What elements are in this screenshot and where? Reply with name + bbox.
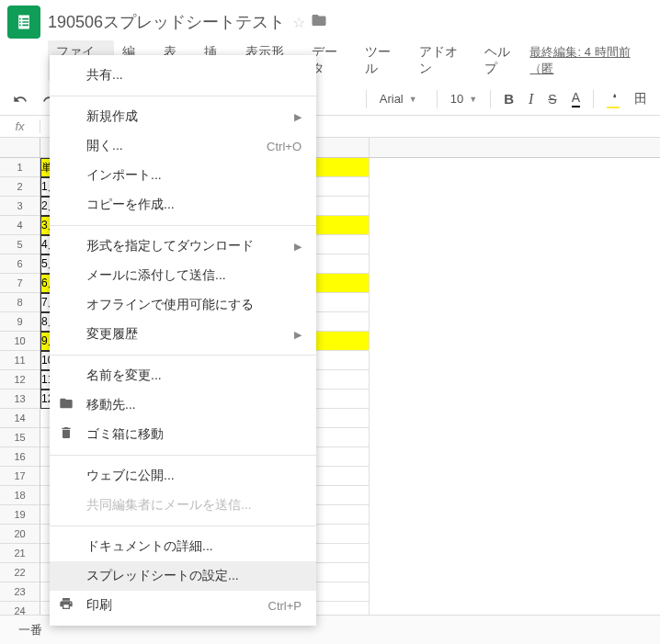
row-header[interactable]: 3 xyxy=(0,197,40,216)
document-title[interactable]: 190506スプレッドシートテスト xyxy=(48,11,285,33)
menu-item[interactable]: 名前を変更... xyxy=(50,361,316,390)
menu-item[interactable]: コピーを作成... xyxy=(50,190,316,220)
folder-icon xyxy=(59,396,74,414)
menu-item[interactable]: 移動先... xyxy=(50,390,316,420)
menu-item[interactable]: 共有... xyxy=(50,61,316,90)
italic-button[interactable]: I xyxy=(523,87,539,111)
row-header[interactable]: 9 xyxy=(0,312,40,332)
row-header[interactable]: 15 xyxy=(0,428,40,447)
row-header[interactable]: 16 xyxy=(0,447,40,467)
row-header[interactable]: 18 xyxy=(0,486,40,505)
menu-アドオン[interactable]: アドオン xyxy=(411,40,477,81)
borders-button[interactable]: 田 xyxy=(629,87,653,111)
chevron-down-icon: ▼ xyxy=(409,95,417,104)
row-header[interactable]: 17 xyxy=(0,467,40,486)
row-header[interactable]: 5 xyxy=(0,235,40,254)
sheets-logo-icon[interactable] xyxy=(7,6,40,39)
submenu-arrow-icon: ▶ xyxy=(294,111,302,123)
submenu-arrow-icon: ▶ xyxy=(294,329,302,341)
trash-icon xyxy=(59,425,74,444)
row-header[interactable]: 14 xyxy=(0,409,40,428)
file-menu-dropdown: 共有...新規作成▶開く...Ctrl+Oインポート...コピーを作成...形式… xyxy=(50,55,316,626)
row-header[interactable]: 8 xyxy=(0,293,40,312)
menu-item[interactable]: 印刷Ctrl+P xyxy=(50,591,316,620)
undo-button[interactable] xyxy=(7,88,33,110)
select-all-corner[interactable] xyxy=(0,138,40,157)
last-edit-link[interactable]: 最終編集: 4 時間前（匿 xyxy=(529,44,654,77)
menu-item[interactable]: ドキュメントの詳細... xyxy=(50,532,316,561)
row-header[interactable]: 4 xyxy=(0,216,40,235)
row-header[interactable]: 23 xyxy=(0,582,40,602)
sheet-tab[interactable]: 一番 xyxy=(18,622,42,638)
row-header[interactable]: 11 xyxy=(0,351,40,370)
row-header[interactable]: 22 xyxy=(0,563,40,582)
menu-item: 共同編集者にメールを送信... xyxy=(50,491,316,520)
row-header[interactable]: 19 xyxy=(0,505,40,525)
bold-button[interactable]: B xyxy=(498,87,519,110)
submenu-arrow-icon: ▶ xyxy=(294,241,302,253)
strikethrough-button[interactable]: S xyxy=(542,88,562,110)
row-header[interactable]: 7 xyxy=(0,274,40,293)
star-icon[interactable]: ☆ xyxy=(292,14,305,31)
menu-item[interactable]: 開く...Ctrl+O xyxy=(50,131,316,161)
menu-item[interactable]: 形式を指定してダウンロード▶ xyxy=(50,232,316,261)
menu-item[interactable]: メールに添付して送信... xyxy=(50,261,316,290)
row-header[interactable]: 2 xyxy=(0,177,40,197)
row-header[interactable]: 13 xyxy=(0,390,40,409)
menu-item[interactable]: スプレッドシートの設定... xyxy=(50,561,316,591)
menu-item[interactable]: オフラインで使用可能にする xyxy=(50,290,316,320)
row-header[interactable]: 20 xyxy=(0,525,40,544)
font-size-select[interactable]: 10▼ xyxy=(445,88,483,109)
print-icon xyxy=(59,596,74,615)
row-header[interactable]: 10 xyxy=(0,332,40,351)
row-header[interactable]: 21 xyxy=(0,544,40,563)
menu-ヘルプ[interactable]: ヘルプ xyxy=(476,40,529,81)
row-header[interactable]: 12 xyxy=(0,370,40,390)
fill-color-button[interactable] xyxy=(601,86,625,112)
menu-item[interactable]: 新規作成▶ xyxy=(50,102,316,131)
row-header[interactable]: 1 xyxy=(0,158,40,177)
font-family-select[interactable]: Arial▼ xyxy=(374,88,429,109)
fx-label: fx xyxy=(0,119,40,133)
text-color-button[interactable]: A xyxy=(566,86,586,111)
menu-item[interactable]: インポート... xyxy=(50,161,316,190)
menu-item[interactable]: ウェブに公開... xyxy=(50,461,316,491)
folder-icon[interactable] xyxy=(311,12,327,32)
chevron-down-icon: ▼ xyxy=(469,95,477,104)
menu-ツール[interactable]: ツール xyxy=(357,40,410,81)
menu-item[interactable]: 変更履歴▶ xyxy=(50,320,316,349)
menu-item[interactable]: ゴミ箱に移動 xyxy=(50,420,316,449)
row-header[interactable]: 6 xyxy=(0,254,40,274)
